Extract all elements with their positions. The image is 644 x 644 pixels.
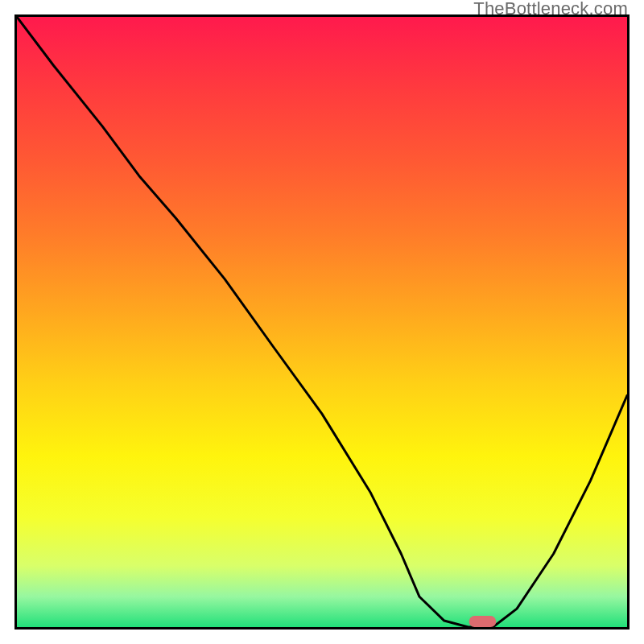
chart-frame: TheBottleneck.com [0, 0, 644, 644]
plot-area [14, 14, 630, 630]
optimal-marker [469, 616, 497, 627]
chart-svg [17, 17, 627, 627]
bottleneck-curve-line [17, 17, 627, 627]
